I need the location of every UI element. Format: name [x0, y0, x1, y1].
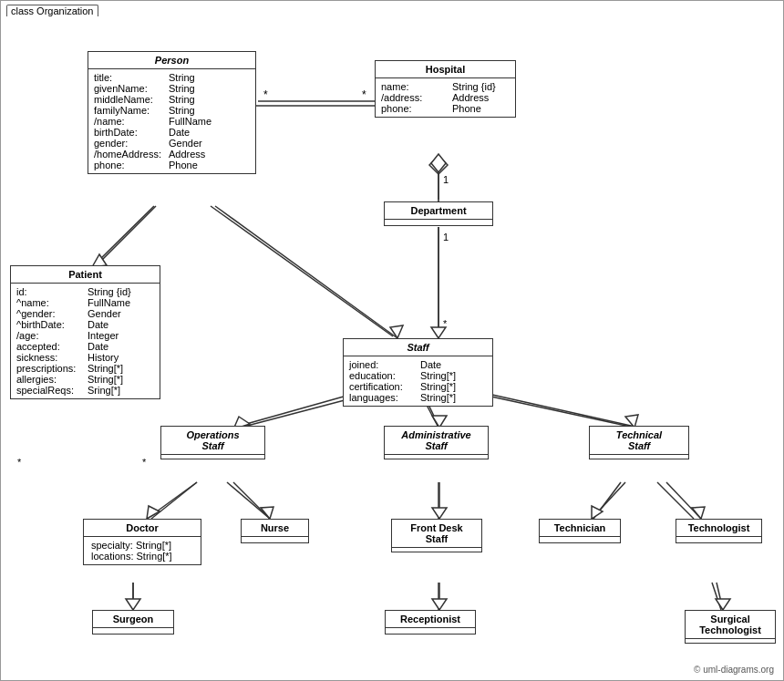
svg-line-47: [592, 482, 625, 519]
svg-text:1: 1: [443, 232, 449, 242]
svg-text:*: *: [443, 318, 448, 329]
svg-line-29: [92, 206, 154, 267]
class-technician: Technician: [539, 519, 621, 543]
svg-line-12: [593, 482, 621, 519]
class-surgeon: Surgeon: [92, 610, 174, 635]
class-administrative-staff-header: Administrative Staff: [385, 427, 488, 455]
svg-marker-21: [431, 154, 446, 172]
class-hospital-header: Hospital: [376, 61, 515, 78]
svg-line-31: [215, 206, 397, 338]
svg-line-4: [97, 206, 156, 265]
svg-line-5: [211, 206, 393, 336]
class-nurse-header: Nurse: [242, 520, 308, 537]
class-surgeon-header: Surgeon: [93, 611, 173, 628]
svg-text:*: *: [362, 88, 366, 101]
class-technologist: Technologist: [676, 519, 762, 543]
class-department-header: Department: [385, 202, 492, 220]
class-technologist-header: Technologist: [676, 520, 761, 537]
class-staff-body: joined: education: certification: langua…: [344, 356, 492, 406]
svg-text:*: *: [17, 457, 22, 468]
class-administrative-staff: Administrative Staff: [384, 426, 489, 459]
diagram-title: class Organization: [6, 5, 98, 16]
copyright: © uml-diagrams.org: [694, 665, 774, 675]
class-staff-header: Staff: [344, 339, 492, 356]
svg-marker-2: [429, 156, 448, 174]
class-hospital-body: name: /address: phone: String {id} Addre…: [376, 78, 515, 117]
svg-marker-50: [692, 507, 705, 519]
class-department: Department: [384, 201, 493, 226]
svg-text:1: 1: [443, 174, 449, 185]
class-surgical-technologist: Surgical Technologist: [685, 610, 776, 644]
svg-marker-46: [432, 508, 447, 519]
svg-marker-52: [126, 599, 140, 610]
class-staff: Staff joined: education: certification: …: [343, 338, 493, 407]
class-technical-staff-header: Technical Staff: [590, 427, 688, 455]
class-person: Person title: givenName: middleName: fam…: [88, 51, 256, 174]
class-surgical-technologist-header: Surgical Technologist: [686, 611, 775, 639]
class-technician-header: Technician: [540, 520, 620, 537]
class-person-body: title: givenName: middleName: familyName…: [88, 69, 255, 173]
class-receptionist: Receptionist: [385, 610, 476, 635]
svg-marker-56: [716, 599, 730, 610]
svg-marker-48: [592, 506, 603, 519]
svg-text:*: *: [142, 457, 147, 468]
svg-line-55: [717, 583, 723, 610]
class-technical-staff: Technical Staff: [589, 426, 689, 459]
svg-text:*: *: [263, 88, 268, 101]
svg-line-41: [147, 482, 197, 519]
svg-line-49: [666, 482, 701, 519]
class-doctor-body: specialty: String[*] locations: String[*…: [84, 537, 201, 564]
svg-marker-28: [431, 327, 446, 338]
class-operations-staff-header: Operations Staff: [161, 427, 264, 455]
class-doctor-header: Doctor: [84, 520, 201, 537]
svg-line-16: [712, 583, 721, 610]
class-nurse: Nurse: [241, 519, 309, 543]
svg-line-13: [657, 482, 694, 519]
class-front-desk-staff-header: Front Desk Staff: [392, 520, 481, 548]
svg-marker-32: [390, 325, 403, 338]
svg-marker-42: [147, 506, 160, 519]
class-patient: Patient id: ^name: ^gender: ^birthDate: …: [10, 265, 160, 399]
class-patient-body: id: ^name: ^gender: ^birthDate: /age: ac…: [11, 284, 160, 398]
diagram-container: class Organization: [0, 0, 784, 681]
class-patient-header: Patient: [11, 266, 160, 284]
class-operations-staff: Operations Staff: [160, 426, 265, 459]
svg-marker-54: [432, 599, 447, 610]
svg-line-9: [151, 482, 197, 519]
class-receptionist-header: Receptionist: [386, 611, 475, 628]
class-front-desk-staff: Front Desk Staff: [391, 519, 482, 552]
svg-line-43: [227, 482, 270, 519]
class-person-header: Person: [88, 52, 255, 69]
class-hospital: Hospital name: /address: phone: String {…: [375, 60, 516, 118]
svg-line-10: [233, 482, 270, 519]
svg-marker-44: [261, 507, 273, 519]
svg-line-8: [484, 393, 639, 428]
class-doctor: Doctor specialty: String[*] locations: S…: [83, 519, 201, 565]
svg-line-6: [233, 393, 356, 428]
